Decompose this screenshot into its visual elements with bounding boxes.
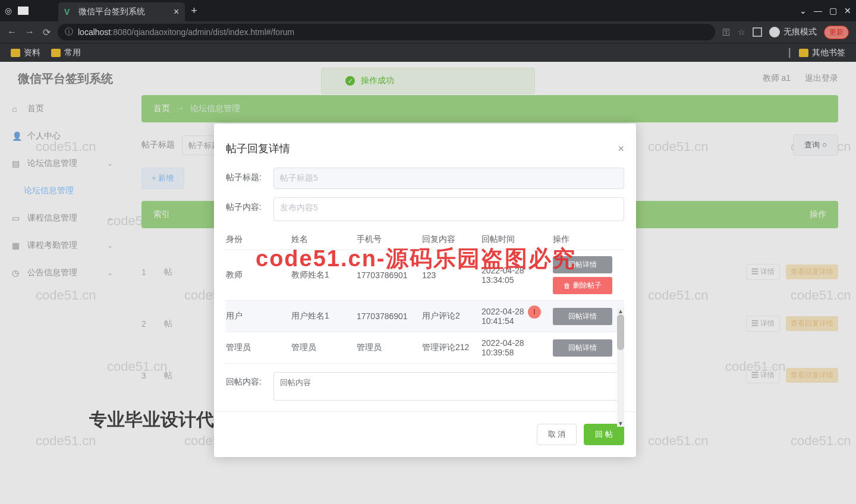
reply-detail-button[interactable]: 回帖详情 <box>553 339 612 357</box>
scroll-down-icon[interactable]: ▼ <box>617 420 624 427</box>
reply-detail-button[interactable]: 回帖详情 <box>553 308 612 325</box>
reply-scrollbar[interactable]: ▲ ▼ <box>617 308 624 427</box>
form-label-title: 帖子标题: <box>226 168 273 183</box>
reply-textarea[interactable] <box>273 372 624 401</box>
cursor-indicator: I <box>528 305 541 319</box>
dialog-header: 帖子回复详情 × <box>214 136 636 168</box>
post-content-textarea[interactable]: 发布内容5 <box>273 197 624 221</box>
cancel-button[interactable]: 取 消 <box>537 424 577 445</box>
reply-row: 管理员 管理员 管理员 管理评论212 2022-04-28 10:39:58 … <box>226 332 624 364</box>
reply-table-header: 身份 姓名 手机号 回复内容 回帖时间 操作 <box>226 229 624 250</box>
form-label-content: 帖子内容: <box>226 197 273 213</box>
scroll-up-icon[interactable]: ▲ <box>617 308 624 314</box>
dialog-footer: 取 消 回 帖 <box>214 411 636 445</box>
dialog-body: 帖子标题: 帖子标题5 帖子内容: 发布内容5 身份 姓名 手机号 回复内容 回… <box>214 168 636 401</box>
reply-dialog: 帖子回复详情 × 帖子标题: 帖子标题5 帖子内容: 发布内容5 身份 姓名 手… <box>214 124 636 457</box>
submit-reply-button[interactable]: 回 帖 <box>584 424 624 445</box>
scroll-thumb[interactable] <box>617 314 624 350</box>
reply-content-label: 回帖内容: <box>226 372 273 388</box>
reply-row: 教师 教师姓名1 17703786901 123 2022-04-28 13:3… <box>226 250 624 301</box>
reply-row: 用户 用户姓名1 17703786901 用户评论2 2022-04-28 10… <box>226 301 624 332</box>
dialog-title: 帖子回复详情 <box>226 141 290 156</box>
reply-table: 身份 姓名 手机号 回复内容 回帖时间 操作 教师 教师姓名1 17703786… <box>226 229 624 364</box>
delete-reply-button[interactable]: 🗑删除帖子 <box>553 277 612 294</box>
close-icon[interactable]: × <box>618 143 624 155</box>
trash-icon: 🗑 <box>564 282 571 290</box>
post-title-input[interactable]: 帖子标题5 <box>273 168 624 189</box>
reply-detail-button[interactable]: 回帖详情 <box>553 256 612 273</box>
